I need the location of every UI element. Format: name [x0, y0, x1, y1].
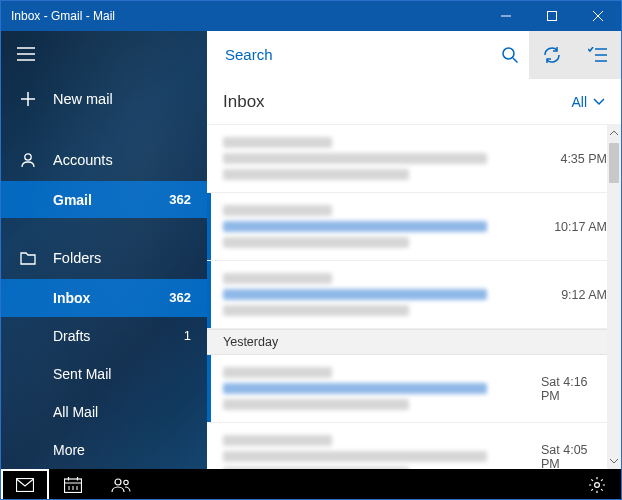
maximize-button[interactable] [529, 1, 575, 31]
main-pane: Inbox All 4:35 PM10:17 AM9:12 AMYesterda… [207, 31, 621, 469]
search-input[interactable] [225, 46, 491, 63]
svg-rect-16 [65, 479, 82, 493]
account-count: 362 [169, 192, 191, 207]
scroll-down-arrow[interactable] [607, 453, 621, 469]
svg-point-9 [25, 154, 31, 160]
folder-count: 1 [184, 328, 191, 343]
new-mail-button[interactable]: New mail [1, 78, 207, 121]
people-app-button[interactable] [97, 469, 145, 500]
folder-label: Sent Mail [53, 366, 191, 382]
mail-item[interactable]: 4:35 PM [207, 125, 621, 193]
folder-label: Inbox [53, 290, 169, 306]
scroll-up-arrow[interactable] [607, 125, 621, 141]
scroll-thumb[interactable] [609, 143, 619, 183]
mail-preview [211, 423, 541, 469]
hamburger-icon [17, 47, 35, 61]
hamburger-menu-button[interactable] [1, 31, 207, 78]
folder-label: All Mail [53, 404, 191, 420]
list-title: Inbox [223, 92, 571, 112]
refresh-icon [542, 45, 562, 65]
folders-label: Folders [53, 250, 191, 266]
app-bar [1, 469, 621, 500]
accounts-label: Accounts [53, 152, 191, 168]
folder-label: More [53, 442, 191, 458]
account-name: Gmail [53, 192, 169, 208]
search-bar [207, 31, 621, 79]
mail-preview [211, 355, 541, 422]
svg-point-23 [115, 479, 121, 485]
mail-item[interactable]: 9:12 AM [207, 261, 621, 329]
svg-rect-1 [548, 12, 557, 21]
folders-header[interactable]: Folders [1, 236, 207, 279]
person-icon [17, 152, 39, 168]
folder-label: Drafts [53, 328, 184, 344]
mail-preview [211, 125, 541, 192]
account-gmail[interactable]: Gmail 362 [1, 181, 207, 218]
folder-inbox[interactable]: Inbox362 [1, 279, 207, 317]
folder-all-mail[interactable]: All Mail [1, 393, 207, 431]
sidebar: New mail Accounts Gmail 362 Folders Inbo… [1, 31, 207, 469]
mail-app-button[interactable] [1, 469, 49, 500]
list-header: Inbox All [207, 79, 621, 125]
sync-button[interactable] [529, 31, 575, 79]
folder-icon [17, 251, 39, 265]
title-bar: Inbox - Gmail - Mail [1, 1, 621, 31]
mail-item[interactable]: 10:17 AM [207, 193, 621, 261]
settings-button[interactable] [573, 469, 621, 500]
group-header-yesterday: Yesterday [207, 329, 621, 355]
mail-item[interactable]: Sat 4:05 PM [207, 423, 621, 469]
search-icon[interactable] [491, 46, 529, 64]
svg-line-11 [513, 58, 518, 63]
folder-sent-mail[interactable]: Sent Mail [1, 355, 207, 393]
svg-point-25 [595, 483, 600, 488]
mail-preview [211, 261, 541, 328]
window-title: Inbox - Gmail - Mail [1, 9, 483, 23]
calendar-icon [64, 477, 82, 493]
folder-more[interactable]: More [1, 431, 207, 469]
svg-point-10 [503, 48, 514, 59]
minimize-button[interactable] [483, 1, 529, 31]
mail-item[interactable]: Sat 4:16 PM [207, 355, 621, 423]
chevron-down-icon [593, 98, 605, 106]
filter-dropdown[interactable]: All [571, 94, 605, 110]
folder-count: 362 [169, 290, 191, 305]
calendar-app-button[interactable] [49, 469, 97, 500]
svg-point-24 [124, 480, 128, 484]
search-box[interactable] [207, 31, 529, 79]
mail-preview [211, 193, 541, 260]
select-mode-button[interactable] [575, 31, 621, 79]
scrollbar[interactable] [607, 125, 621, 469]
mail-icon [16, 478, 34, 492]
plus-icon [17, 91, 39, 107]
gear-icon [588, 476, 606, 494]
people-icon [111, 477, 131, 493]
select-icon [588, 47, 608, 63]
close-button[interactable] [575, 1, 621, 31]
new-mail-label: New mail [53, 91, 191, 107]
mail-list[interactable]: 4:35 PM10:17 AM9:12 AMYesterdaySat 4:16 … [207, 125, 621, 469]
filter-label: All [571, 94, 587, 110]
accounts-header[interactable]: Accounts [1, 138, 207, 181]
folder-drafts[interactable]: Drafts1 [1, 317, 207, 355]
